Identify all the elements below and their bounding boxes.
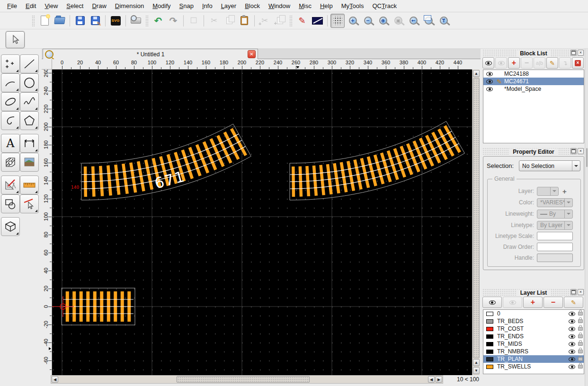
show-all-blocks-button[interactable]	[482, 57, 494, 69]
layer-list-item-trnmbrs[interactable]: TR_NMBRS	[483, 348, 584, 355]
float-panel-button[interactable]	[570, 148, 577, 154]
block-list-item-mc24671[interactable]: ✎MC24671	[483, 78, 584, 85]
ellipse-tool-button[interactable]	[1, 92, 20, 111]
svg-export-button[interactable]: SVG	[108, 14, 123, 28]
resize-handle[interactable]	[586, 148, 588, 167]
eye-icon[interactable]	[486, 87, 493, 91]
toolbar-handle[interactable]	[32, 15, 35, 26]
block-list-item-mc24188[interactable]: MC24188	[483, 70, 584, 78]
layer-visibility-eye-icon[interactable]	[569, 350, 575, 354]
close-document-button[interactable]: ✕	[248, 50, 256, 58]
paste-button[interactable]	[237, 14, 251, 28]
float-panel-button[interactable]	[570, 289, 577, 295]
shapes-tool-button[interactable]	[1, 194, 20, 213]
points-tool-button[interactable]	[1, 54, 20, 73]
layer-lock-icon[interactable]	[578, 357, 583, 361]
scroll-left-button-2[interactable]: ◀	[428, 376, 435, 383]
trim-tool-button[interactable]	[20, 194, 39, 213]
dock-resize-strip[interactable]	[585, 49, 588, 386]
copy-with-reference-button[interactable]: +	[273, 14, 287, 28]
add-layer-button[interactable]: +	[523, 297, 543, 308]
menu-dimension[interactable]: Dimension	[111, 1, 148, 10]
layer-list-item-trmids[interactable]: TR_MIDS	[483, 340, 584, 348]
measure-tool-button[interactable]	[20, 175, 39, 194]
layer-lock-icon[interactable]	[578, 312, 583, 316]
scroll-up-button-2[interactable]: ▲	[473, 359, 480, 366]
selection-dropdown[interactable]: No Selection	[519, 160, 580, 171]
scroll-up-button[interactable]: ▲	[473, 70, 480, 77]
layer-list-item-0[interactable]: 0	[483, 310, 584, 317]
menu-window[interactable]: Window	[264, 1, 294, 10]
pen-button[interactable]: ☐︎	[187, 14, 201, 28]
zoom-previous-button[interactable]: ▣	[391, 14, 405, 28]
redo-button[interactable]: ↷	[166, 14, 180, 28]
layer-visibility-eye-icon[interactable]	[569, 342, 575, 346]
zoom-in-button[interactable]: +	[346, 14, 360, 28]
add-block-button[interactable]: +	[508, 57, 520, 69]
text-tool-button[interactable]: A	[1, 134, 20, 153]
close-panel-button[interactable]: ×	[578, 289, 584, 295]
block-list-item-modelspace[interactable]: *Model_Space	[483, 85, 584, 93]
open-file-button[interactable]	[53, 14, 67, 28]
layer-list-item-trends[interactable]: TR_ENDS	[483, 333, 584, 340]
insert-block-button[interactable]: ↴	[559, 57, 571, 69]
layer-list-item-trcost[interactable]: TR_COST	[483, 325, 584, 333]
menu-snap[interactable]: Snap	[175, 1, 198, 10]
linetype-scale-input[interactable]	[537, 232, 573, 240]
menu-block[interactable]: Block	[241, 1, 264, 10]
auto-zoom-button[interactable]: ⊕	[376, 14, 390, 28]
scroll-right-button[interactable]: ▶	[436, 376, 442, 383]
menu-file[interactable]: File	[3, 1, 21, 10]
menu-misc[interactable]: Misc	[294, 1, 316, 10]
window-zoom-button[interactable]	[421, 14, 436, 28]
print-preview-button[interactable]	[129, 14, 143, 28]
layer-lock-icon[interactable]	[578, 334, 583, 338]
toolbar-handle[interactable]	[145, 15, 149, 26]
drawing-canvas[interactable]: 140671	[52, 70, 472, 375]
horizontal-scroll-thumb[interactable]	[177, 376, 310, 383]
selection-pointer-button[interactable]	[6, 31, 25, 48]
cut-button[interactable]: ✂	[207, 14, 221, 28]
menu-mytools[interactable]: MyTools	[337, 1, 368, 10]
menu-modify[interactable]: Modify	[148, 1, 175, 10]
spline-tool-button[interactable]	[20, 92, 39, 111]
zoom-out-button[interactable]: −	[361, 14, 375, 28]
layer-visibility-eye-icon[interactable]	[569, 327, 575, 331]
lineweight-dropdown[interactable]: By	[537, 210, 573, 219]
layer-visibility-eye-icon[interactable]	[569, 357, 575, 361]
menu-draw[interactable]: Draw	[88, 1, 110, 10]
snapshot-button[interactable]	[310, 14, 324, 28]
layer-dropdown[interactable]	[537, 187, 559, 196]
hide-all-layers-button[interactable]	[503, 297, 522, 308]
polyline-tool-button[interactable]	[1, 111, 20, 130]
rename-block-button[interactable]: a|b	[534, 57, 545, 69]
hatch-tool-button[interactable]	[1, 153, 20, 172]
layer-lock-icon[interactable]	[578, 327, 583, 331]
close-panel-button[interactable]: ×	[578, 50, 584, 56]
layer-visibility-eye-icon[interactable]	[569, 365, 575, 369]
eye-icon[interactable]	[486, 79, 493, 84]
remove-layer-button[interactable]: −	[543, 297, 563, 308]
delete-block-button[interactable]: ×	[572, 57, 584, 69]
menu-select[interactable]: Select	[62, 1, 88, 10]
layer-list-item-trplan[interactable]: TR_PLAN	[483, 355, 584, 363]
edit-block-button[interactable]: ✎	[546, 57, 558, 69]
drafting-tool-button[interactable]	[1, 175, 20, 194]
line-tool-button[interactable]	[20, 54, 39, 73]
scroll-left-button[interactable]: ◀	[52, 376, 58, 383]
vertical-scroll-thumb[interactable]	[473, 78, 480, 358]
layer-visibility-eye-icon[interactable]	[569, 312, 575, 316]
float-panel-button[interactable]	[570, 50, 577, 56]
layer-lock-icon[interactable]	[578, 350, 583, 353]
hide-all-blocks-button[interactable]	[495, 57, 507, 69]
remove-block-button[interactable]: −	[521, 57, 533, 69]
menu-info[interactable]: Info	[198, 1, 217, 10]
draw-color-pencil-button[interactable]: ✎	[295, 14, 309, 28]
scroll-down-button[interactable]: ▼	[473, 367, 480, 374]
image-tool-button[interactable]	[20, 153, 39, 172]
circle-tool-button[interactable]	[20, 73, 39, 92]
arc-tool-button[interactable]	[1, 73, 20, 92]
cut-with-reference-button[interactable]: ✂+	[258, 14, 272, 28]
linetype-dropdown[interactable]: By Layer	[537, 221, 573, 230]
new-file-button[interactable]	[37, 14, 52, 28]
